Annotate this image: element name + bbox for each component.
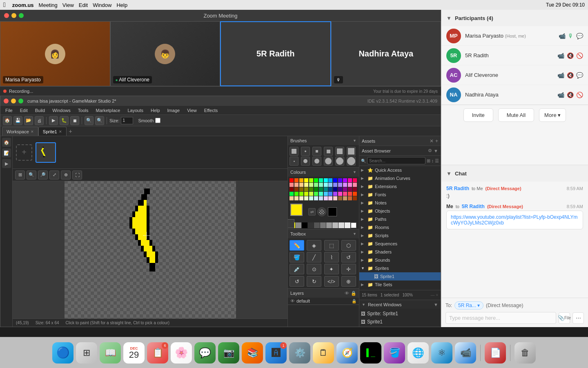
maximize-button[interactable] [19,13,24,18]
add-sprite-frame-btn[interactable]: + [16,144,32,161]
video-icon-nadhira[interactable]: 📹 [557,92,564,98]
sidebar-notes-icon[interactable]: 📝 [2,148,11,157]
menu-help[interactable]: Help [116,2,127,8]
swatch-dk-gray[interactable] [308,222,314,228]
brush-3[interactable] [312,147,321,156]
swatch-hot-pink[interactable] [338,192,342,196]
swatch-mint2[interactable] [309,196,313,200]
swatch-aquamarine[interactable] [319,192,323,196]
color-foreground[interactable] [290,204,303,216]
toolbar-play[interactable]: ▶ [49,116,58,125]
mic-icon-marisa[interactable]: 🎙 [568,33,574,39]
recent-sprite1-item[interactable]: 🖼 Sprite1 [359,318,441,326]
tool-undo[interactable]: ↺ [290,276,304,287]
color-black-btn[interactable] [328,207,337,216]
brush-11[interactable] [335,157,344,166]
canvas-fullscreen-btn[interactable]: ⛶ [72,171,82,180]
swatch-yg2[interactable] [304,192,308,196]
menu-windows[interactable]: Windows [49,107,74,114]
zoom-controls[interactable]: — + [430,293,438,297]
dock-wunderbucket[interactable]: 🪣 [384,342,405,364]
dock-master-pdf[interactable]: 📄 [485,342,506,364]
dock-system-prefs[interactable]: ⚙️ [289,342,310,364]
swatch-lt-orange[interactable] [299,183,303,187]
menu-edit[interactable]: Edit [79,2,88,8]
tree-sprites[interactable]: ▼ 📁 Sprites [359,264,441,272]
swatch-dodger[interactable] [328,192,332,196]
brushes-header[interactable]: Brushes ▼ [288,136,359,145]
swatch-rust[interactable] [353,196,357,200]
toolbar-save[interactable]: 💾 [13,116,22,125]
mic-icon-nadhira[interactable]: 🔇 [567,92,574,98]
swatch-light-silver[interactable] [332,222,338,228]
tab-sprite1[interactable]: Sprite1 ✕ [38,127,67,136]
toolbar-debug[interactable]: 🐛 [60,116,69,125]
menu-window[interactable]: Window [93,2,111,8]
tab-sprite1-close[interactable]: ✕ [59,130,62,134]
asset-browser-chevron[interactable]: ▼ [434,148,438,153]
brush-1[interactable] [290,147,298,156]
swatch-lt-yellow[interactable] [304,183,308,187]
swatch-magenta[interactable] [343,187,347,191]
menu-image[interactable]: Image [164,107,183,114]
dock-launchpad[interactable]: ⊞ [76,342,97,364]
tool-redo[interactable]: ↻ [307,276,321,287]
tree-sequences[interactable]: ▶ 📁 Sequences [359,240,441,248]
tool-move[interactable]: ✛ [341,264,356,274]
color-transparent-btn[interactable] [317,207,326,216]
chat-more-button[interactable]: ⋯ [572,312,584,324]
swatch-maroon[interactable] [353,187,357,191]
more-button[interactable]: More ▾ [539,108,566,122]
tree-rooms[interactable]: ▶ 📁 Rooms [359,223,441,231]
toolbar-open[interactable]: 📂 [24,116,33,125]
brush-5[interactable] [335,147,344,156]
menu-build[interactable]: Build [32,107,48,114]
swatch-lt-gray[interactable] [320,222,326,228]
swatch-chartreuse[interactable] [294,192,298,196]
canvas-drawing-area[interactable] [13,181,287,319]
tool-smear[interactable]: ⌇ [324,252,339,263]
tool-eraser[interactable]: ◈ [307,240,321,251]
swatch-white[interactable] [351,222,356,228]
layer-visible-icon[interactable]: 👁 [290,298,295,303]
canvas-fit-btn[interactable]: ⤢ [49,171,59,180]
swatch-cornflower[interactable] [324,192,328,196]
canvas-zoom-in-btn[interactable]: 🔍 [27,171,36,180]
gm-minimize[interactable] [11,99,16,103]
mute-all-button[interactable]: Mute All [498,108,534,122]
tool-line[interactable]: ╱ [307,252,321,263]
dock-reading-list[interactable]: 📖 [100,342,121,364]
swatch-gainsboro[interactable] [339,222,344,228]
swatch-olive[interactable] [304,187,308,191]
swatch-indigo[interactable] [338,178,342,182]
tool-select-rect[interactable]: ⬚ [324,240,339,251]
swatch-dk-purple[interactable] [338,187,342,191]
swatch-skin1[interactable] [290,196,294,200]
swatch-thistle[interactable] [324,196,328,200]
swatch-lt-green[interactable] [314,183,318,187]
swatch-peach[interactable] [294,183,298,187]
tool-pencil[interactable]: ✏️ [290,240,304,251]
dock-books[interactable]: 📚 [242,342,263,364]
swatch-dk-blue[interactable] [333,187,337,191]
layers-eye-btn[interactable]: 👁 [345,291,349,296]
close-button[interactable] [4,13,9,18]
swatch-lt-cyan[interactable] [324,183,328,187]
video-icon-marisa[interactable]: 📹 [559,33,566,39]
chat-header[interactable]: ▼ Chat [441,165,588,182]
swatch-lt-purple[interactable] [338,183,342,187]
toolbar-home[interactable]: 🏠 [3,116,12,125]
swatch-spring[interactable] [290,192,294,196]
swatch-blue[interactable] [333,178,337,182]
swatch-teal[interactable] [319,178,323,182]
recent-chevron[interactable]: ▼ [434,302,438,307]
layer-default[interactable]: 👁 default 🔒 [288,298,359,305]
chat-link-box[interactable]: https://www.youtube.com/playlist?list=PL… [446,211,583,229]
swatch-mint[interactable] [314,192,318,196]
swatch-pink-light[interactable] [333,196,337,200]
swatch-misty[interactable] [328,196,332,200]
dock-notes[interactable]: 🗒 [313,342,334,364]
swatch-lavender[interactable] [319,196,323,200]
swatch-sienna[interactable] [338,196,342,200]
swatch-lt-sky[interactable] [328,183,332,187]
